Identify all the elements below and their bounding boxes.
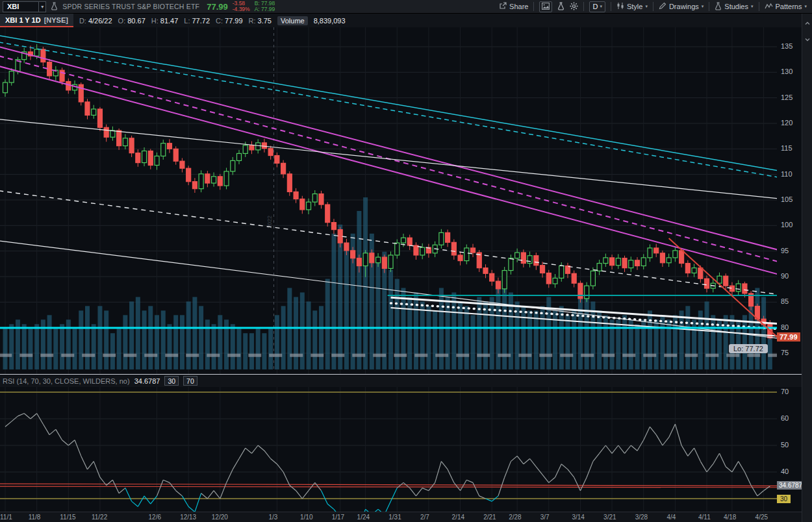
flask-icon xyxy=(557,2,565,12)
candle-body xyxy=(540,266,545,273)
chevron-down-icon[interactable]: ▾ xyxy=(38,2,45,12)
volume-bar xyxy=(585,297,589,369)
symbol-input[interactable]: XBI ▾ xyxy=(3,1,46,12)
rsi-line-segment xyxy=(264,451,271,458)
divider xyxy=(709,2,709,11)
rsi-line-segment xyxy=(524,459,530,464)
candle-body xyxy=(534,256,539,266)
drawings-button[interactable]: Drawings ▾ xyxy=(659,2,704,11)
volume-bar xyxy=(268,329,273,369)
candle-body xyxy=(92,109,96,115)
rsi-line-segment xyxy=(258,445,264,451)
candle-body xyxy=(736,284,741,292)
volume-bar xyxy=(521,306,526,369)
volume-bar xyxy=(458,301,463,369)
thinkorswim-chart-window: XBI ▾ SPDR SERIES TRUST S&P BIOTECH ETF … xyxy=(0,0,812,522)
rsi-line-segment xyxy=(195,493,201,512)
timeframe-button[interactable]: D ▾ xyxy=(589,1,605,12)
candle-body xyxy=(597,264,602,271)
flask-icon xyxy=(715,2,722,12)
quick-study-button[interactable] xyxy=(557,2,565,12)
volume-bar xyxy=(97,306,102,369)
volume-study-label[interactable]: Volume xyxy=(277,16,308,25)
rsi-line-segment xyxy=(290,486,296,491)
rsi-line-segment xyxy=(49,429,56,434)
volume-bar xyxy=(22,324,27,369)
time-axis-label: 2/14 xyxy=(452,514,464,521)
trendline-drawing[interactable] xyxy=(0,56,777,263)
volume-bar xyxy=(426,306,431,369)
snapshot-button[interactable] xyxy=(539,1,552,12)
rsi-line-segment xyxy=(125,488,132,502)
symbol-text: XBI xyxy=(3,2,38,12)
collapse-up-icon[interactable] xyxy=(804,17,811,29)
last-price: 77.99 xyxy=(207,2,228,12)
price-axis-label: 135 xyxy=(781,42,793,50)
candle-body xyxy=(262,143,266,149)
volume-bar xyxy=(262,333,266,369)
volume-bar xyxy=(527,310,532,369)
rsi-study-label[interactable]: RSI (14, 70, 30, CLOSE, WILDERS, no) xyxy=(3,377,130,385)
studies-button[interactable]: Studies ▾ xyxy=(715,2,753,12)
last-price-badge: 77.99 xyxy=(777,332,800,342)
volume-bar xyxy=(344,243,349,369)
trendline-drawing[interactable] xyxy=(0,42,777,178)
rsi-trendline-drawing[interactable] xyxy=(0,484,777,486)
time-axis-label: 2/21 xyxy=(483,514,496,521)
share-button[interactable]: Share xyxy=(499,2,528,11)
drawings-label: Drawings xyxy=(669,3,699,10)
settings-button[interactable] xyxy=(570,2,578,12)
volume-bar xyxy=(363,197,368,369)
volume-bar xyxy=(117,329,121,369)
rsi-line-segment xyxy=(650,427,656,434)
collapse-down-icon[interactable] xyxy=(804,33,811,45)
candle-body xyxy=(521,253,526,264)
volume-bar xyxy=(186,301,191,369)
price-axis-label: 125 xyxy=(781,93,793,101)
rsi-oversold-param[interactable]: 30 xyxy=(164,376,179,386)
rsi-axis[interactable]: 706050403034.678730 xyxy=(777,387,802,512)
ohlc-high: H:81.47 xyxy=(151,17,179,25)
candle-body xyxy=(256,143,260,150)
volume-bar xyxy=(420,301,425,369)
right-sidebar-strip[interactable] xyxy=(802,14,812,522)
candle-body xyxy=(395,243,400,255)
rsi-line-segment xyxy=(68,440,75,445)
rsi-line-segment xyxy=(694,448,701,462)
volume-bar xyxy=(572,310,576,369)
price-axis[interactable]: 135130125120115110105100959085807577.99 xyxy=(777,27,802,374)
volume-bar xyxy=(325,279,330,369)
rsi-overbought-param[interactable]: 70 xyxy=(183,376,197,386)
trendline-drawing[interactable] xyxy=(0,119,777,199)
patterns-button[interactable]: Patterns ▾ xyxy=(765,3,807,11)
candle-body xyxy=(439,232,444,245)
candle-body xyxy=(167,143,171,149)
candle-body xyxy=(3,82,8,93)
time-axis[interactable]: 11/111/811/1511/2212/612/1312/201/31/101… xyxy=(0,512,812,522)
candle-body xyxy=(161,143,166,156)
share-icon xyxy=(499,2,507,11)
rsi-axis-label: 40 xyxy=(781,467,789,475)
volume-bar xyxy=(85,306,90,369)
candle-body xyxy=(698,268,703,279)
candle-body xyxy=(730,286,734,292)
candle-body xyxy=(325,205,330,223)
volume-bar xyxy=(565,315,570,369)
rsi-chart-canvas[interactable] xyxy=(0,387,777,512)
candle-body xyxy=(401,238,405,243)
volume-bar xyxy=(231,324,235,369)
rsi-line-segment xyxy=(201,493,208,499)
main-chart-canvas[interactable]: 2022 xyxy=(0,27,777,374)
volume-bar xyxy=(256,329,260,369)
rsi-line-segment xyxy=(555,464,562,478)
rsi-line-segment xyxy=(625,445,631,453)
trendline-drawing[interactable] xyxy=(0,36,777,171)
volume-bar xyxy=(679,310,684,369)
rsi-line-segment xyxy=(751,486,757,496)
style-button[interactable]: Style ▾ xyxy=(616,2,648,11)
candle-body xyxy=(281,163,286,174)
rsi-line-segment xyxy=(448,469,454,483)
volume-bar xyxy=(281,306,286,369)
chart-title-badge[interactable]: XBI 1 Y 1D [NYSE] xyxy=(0,14,73,27)
price-axis-label: 85 xyxy=(781,297,789,305)
